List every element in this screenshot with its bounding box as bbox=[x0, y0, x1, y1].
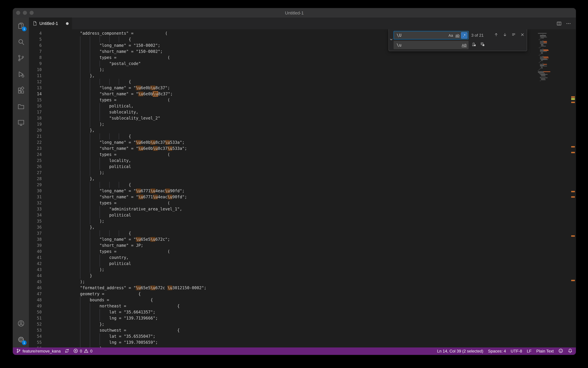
line-number[interactable]: 41 bbox=[29, 255, 42, 261]
find-input[interactable] bbox=[396, 32, 447, 38]
branch-indicator[interactable]: feature/remove_kana bbox=[16, 348, 61, 355]
code-line[interactable]: 30 "long_name" = "\u6771\u4eac\u90fd"; bbox=[29, 188, 570, 194]
activity-bar-item-run-debug[interactable] bbox=[13, 66, 29, 82]
split-editor-icon[interactable] bbox=[556, 21, 562, 26]
line-number[interactable]: 39 bbox=[29, 242, 42, 248]
code-line[interactable]: 13 "long_name" = "\u6e0b\u8c37"; bbox=[29, 85, 570, 91]
code-line[interactable]: 25 locality, bbox=[29, 157, 570, 164]
line-number[interactable]: 40 bbox=[29, 248, 42, 255]
code-line[interactable]: 14 "short_name" = "\u6e0b\u8c37"; bbox=[29, 91, 570, 97]
code-line[interactable]: 32 types = ( bbox=[29, 200, 570, 206]
line-number[interactable]: 45 bbox=[29, 279, 42, 285]
editor-tab[interactable]: Untitled-1 bbox=[29, 18, 72, 29]
line-number[interactable]: 11 bbox=[29, 73, 42, 79]
code-line[interactable]: 27 ); bbox=[29, 170, 570, 176]
code-line[interactable]: 9 "postal_code" bbox=[29, 61, 570, 67]
code-line[interactable]: 11 }, bbox=[29, 73, 570, 79]
close-window-button[interactable] bbox=[16, 11, 20, 15]
code-line[interactable]: 15 types = ( bbox=[29, 97, 570, 103]
code-line[interactable]: 56 }; bbox=[29, 345, 570, 348]
code-line[interactable]: 36 }, bbox=[29, 224, 570, 230]
code-line[interactable]: 48 bounds = { bbox=[29, 297, 570, 303]
line-number[interactable]: 37 bbox=[29, 230, 42, 236]
code-line[interactable]: 44 } bbox=[29, 273, 570, 279]
activity-bar-item-account[interactable] bbox=[13, 315, 29, 331]
code-line[interactable]: 51 lng = "139.7139666"; bbox=[29, 315, 570, 321]
code-line[interactable]: 22 "long_name" = "\u6e0b\u8c37\u533a"; bbox=[29, 139, 570, 146]
sync-button[interactable] bbox=[65, 348, 70, 355]
line-number[interactable]: 54 bbox=[29, 333, 42, 339]
code-line[interactable]: 10 ); bbox=[29, 67, 570, 73]
replace-all-button[interactable] bbox=[479, 41, 486, 48]
code-line[interactable]: 52 }; bbox=[29, 321, 570, 327]
match-case-button[interactable]: Aa bbox=[447, 32, 454, 38]
line-number[interactable]: 15 bbox=[29, 97, 42, 103]
line-number[interactable]: 5 bbox=[29, 36, 42, 42]
code-line[interactable]: 35 ); bbox=[29, 218, 570, 224]
modified-indicator[interactable] bbox=[66, 22, 69, 25]
code-line[interactable]: 43 ); bbox=[29, 267, 570, 273]
find-in-selection-button[interactable] bbox=[510, 32, 517, 39]
next-match-button[interactable] bbox=[501, 32, 508, 39]
line-number[interactable]: 29 bbox=[29, 182, 42, 188]
line-number[interactable]: 25 bbox=[29, 157, 42, 164]
line-number[interactable]: 33 bbox=[29, 206, 42, 212]
line-number[interactable]: 55 bbox=[29, 339, 42, 345]
code-line[interactable]: 21 { bbox=[29, 133, 570, 139]
line-number[interactable]: 30 bbox=[29, 188, 42, 194]
whole-word-button[interactable]: ab bbox=[454, 32, 461, 38]
code-line[interactable]: 41 country, bbox=[29, 255, 570, 261]
line-number[interactable]: 16 bbox=[29, 103, 42, 109]
cursor-position[interactable]: Ln 14, Col 39 (2 selected) bbox=[437, 348, 483, 355]
code-line[interactable]: 26 political bbox=[29, 164, 570, 170]
line-number[interactable]: 9 bbox=[29, 61, 42, 67]
line-number[interactable]: 19 bbox=[29, 121, 42, 127]
code-line[interactable]: 54 lat = "35.6535047"; bbox=[29, 333, 570, 339]
line-number[interactable]: 53 bbox=[29, 327, 42, 333]
line-number[interactable]: 13 bbox=[29, 85, 42, 91]
code-line[interactable]: 33 "administrative_area_level_1", bbox=[29, 206, 570, 212]
eol-indicator[interactable]: LF bbox=[527, 348, 532, 355]
code-line[interactable]: 47 geometry = { bbox=[29, 291, 570, 297]
line-number[interactable]: 8 bbox=[29, 55, 42, 61]
preserve-case-button[interactable]: AB bbox=[461, 42, 468, 48]
line-number[interactable]: 51 bbox=[29, 315, 42, 321]
close-find-button[interactable] bbox=[519, 32, 526, 39]
code-line[interactable]: 16 political, bbox=[29, 103, 570, 109]
activity-bar-item-search[interactable] bbox=[13, 34, 29, 50]
line-number[interactable]: 31 bbox=[29, 194, 42, 200]
line-number[interactable]: 34 bbox=[29, 212, 42, 218]
code-line[interactable]: 34 political bbox=[29, 212, 570, 218]
activity-bar-item-remote-explorer[interactable] bbox=[13, 114, 29, 131]
line-number[interactable]: 56 bbox=[29, 345, 42, 348]
activity-bar-item-source-control[interactable] bbox=[13, 50, 29, 66]
previous-match-button[interactable] bbox=[492, 32, 499, 39]
editor[interactable]: 4 "address_components" = (5 {6 "long_nam… bbox=[29, 29, 576, 348]
code-line[interactable]: 18 "sublocality_level_2" bbox=[29, 115, 570, 121]
activity-bar-item-extensions[interactable] bbox=[13, 82, 29, 98]
code-line[interactable]: 55 lng = "139.7005659"; bbox=[29, 339, 570, 345]
activity-bar-item-explorer[interactable]: 1 bbox=[13, 18, 29, 34]
indentation-indicator[interactable]: Spaces: 4 bbox=[488, 348, 506, 355]
line-number[interactable]: 49 bbox=[29, 303, 42, 309]
line-number[interactable]: 7 bbox=[29, 48, 42, 55]
code-line[interactable]: 50 lat = "35.6641357"; bbox=[29, 309, 570, 315]
code-line[interactable]: 40 types = ( bbox=[29, 248, 570, 255]
code-line[interactable]: 29 { bbox=[29, 182, 570, 188]
language-mode-indicator[interactable]: Plain Text bbox=[536, 348, 554, 355]
replace-button[interactable] bbox=[470, 41, 477, 48]
line-number[interactable]: 20 bbox=[29, 127, 42, 133]
line-number[interactable]: 46 bbox=[29, 285, 42, 291]
feedback-button[interactable] bbox=[558, 348, 563, 355]
line-number[interactable]: 26 bbox=[29, 164, 42, 170]
activity-bar-item-folder[interactable] bbox=[13, 98, 29, 114]
code-line[interactable]: 45 ); bbox=[29, 279, 570, 285]
line-number[interactable]: 36 bbox=[29, 224, 42, 230]
code-line[interactable]: 8 types = ( bbox=[29, 55, 570, 61]
line-number[interactable]: 24 bbox=[29, 152, 42, 157]
code-line[interactable]: 17 sublocality, bbox=[29, 109, 570, 115]
code-line[interactable]: 49 northeast = { bbox=[29, 303, 570, 309]
code-line[interactable]: 12 { bbox=[29, 79, 570, 85]
code-area[interactable]: 4 "address_components" = (5 {6 "long_nam… bbox=[29, 29, 570, 348]
line-number[interactable]: 35 bbox=[29, 218, 42, 224]
